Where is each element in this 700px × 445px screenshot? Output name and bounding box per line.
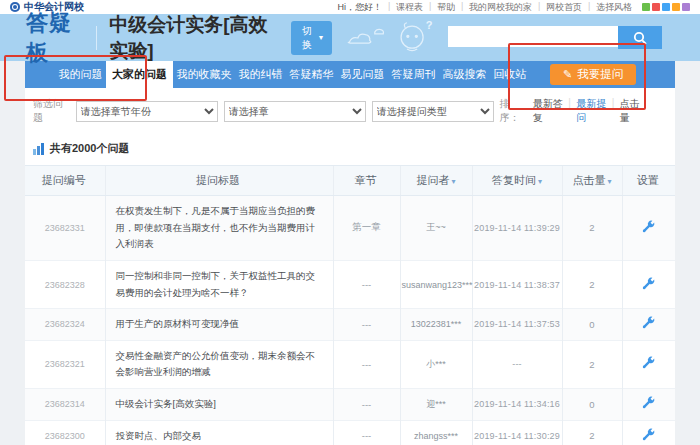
question-settings-button[interactable] — [622, 389, 675, 421]
sort-options: 最新答复最新提问点击量 — [533, 97, 645, 125]
wrench-icon — [642, 428, 655, 441]
tab-item[interactable]: 大家的问题 — [106, 61, 173, 88]
question-id: 23682331 — [25, 196, 105, 261]
style-swatch[interactable] — [642, 3, 650, 11]
question-chapter: 第一章 — [333, 196, 400, 261]
sort-label: 排序： — [500, 97, 526, 125]
question-reply-time: 2019-11-14 11:34:16 — [472, 389, 562, 421]
style-swatch[interactable] — [662, 3, 670, 11]
column-header-label: 提问标题 — [196, 174, 240, 186]
filter-label: 筛选问题 — [33, 97, 68, 125]
question-reply-time: --- — [472, 340, 562, 388]
question-title-link[interactable]: 同一控制和非同一控制下，关于权益性工具的交易费用的会计处理为啥不一样？ — [105, 260, 333, 308]
switch-course-button[interactable]: 切换 ▼ — [291, 21, 332, 55]
tab-label: 回收站 — [494, 68, 527, 80]
style-swatch[interactable] — [682, 3, 690, 11]
topbar-link[interactable]: 我的网校我的家 — [461, 1, 532, 14]
question-settings-button[interactable] — [622, 260, 675, 308]
tab-label: 我的问题 — [59, 68, 103, 80]
wrench-icon — [642, 316, 655, 329]
question-id: 23682324 — [25, 309, 105, 341]
question-title-link[interactable]: 交易性金融资产的公允价值变动，期末余额会不会影响营业利润的增减 — [105, 340, 333, 388]
question-title-link[interactable]: 用于生产的原材料可变现净值 — [105, 309, 333, 341]
column-header[interactable]: 章节 — [333, 166, 400, 196]
topbar-link-list: 课程表帮助我的网校我的家网校首页选择风格 — [388, 1, 632, 14]
svg-text:?: ? — [426, 18, 433, 30]
column-header-label: 提问者 — [416, 174, 449, 186]
tab-label: 大家的问题 — [112, 68, 167, 80]
tab-label: 答疑精华 — [290, 68, 334, 80]
page-body: 我的问题大家的问题我的收藏夹我的纠错答疑精华易见问题答疑周刊高级搜索回收站 ✎ … — [0, 61, 700, 445]
topbar-link[interactable]: 课程表 — [388, 1, 423, 14]
question-clicks: 2 — [562, 340, 622, 388]
question-clicks: 2 — [562, 420, 622, 445]
column-header[interactable]: 提问编号 — [25, 166, 105, 196]
question-title-link[interactable]: 中级会计实务[高效实验] — [105, 389, 333, 421]
pencil-icon: ✎ — [563, 68, 572, 81]
tab-item[interactable]: 答疑精华 — [286, 61, 337, 88]
question-title-link[interactable]: 在权责发生制下，凡是不属于当期应当负担的费用，即使款项在当期支付，也不作为当期费… — [105, 196, 333, 261]
search-button[interactable] — [618, 26, 662, 49]
sort-option[interactable]: 最新提问 — [566, 97, 610, 125]
tab-label: 高级搜索 — [443, 68, 487, 80]
column-header-label: 答复时间 — [492, 174, 536, 186]
question-clicks: 2 — [562, 260, 622, 308]
search-box — [448, 26, 662, 49]
tab-label: 我的纠错 — [239, 68, 283, 80]
ask-question-label: 我要提问 — [577, 67, 623, 82]
ask-question-button[interactable]: ✎ 我要提问 — [550, 64, 636, 85]
question-chapter: --- — [333, 420, 400, 445]
sort-arrow-icon: ▾ — [538, 177, 542, 186]
chevron-down-icon: ▼ — [317, 34, 324, 41]
style-swatch[interactable] — [672, 3, 680, 11]
question-asker: 迎*** — [400, 389, 472, 421]
search-icon — [633, 31, 647, 45]
question-row: 23682300 投资时点、内部交易 --- zhangss*** 2019-1… — [25, 420, 675, 445]
filter-select[interactable]: 请选择提问类型 — [372, 101, 494, 122]
table-body: 23682331 在权责发生制下，凡是不属于当期应当负担的费用，即使款项在当期支… — [25, 196, 675, 445]
question-reply-time: 2019-11-14 11:39:29 — [472, 196, 562, 261]
topbar-link[interactable]: 帮助 — [429, 1, 455, 14]
topbar: 中华会计网校 Hi，您好！ 课程表帮助我的网校我的家网校首页选择风格 — [0, 0, 700, 14]
question-settings-button[interactable] — [622, 340, 675, 388]
question-settings-button[interactable] — [622, 309, 675, 341]
search-input[interactable] — [448, 26, 618, 47]
tab-item[interactable]: 答疑周刊 — [388, 61, 439, 88]
sort-option-label: 点击量 — [620, 98, 640, 123]
tab-item[interactable]: 高级搜索 — [439, 61, 490, 88]
column-header[interactable]: 答复时间▾ — [472, 166, 562, 196]
tab-item[interactable]: 我的收藏夹 — [173, 61, 235, 88]
mascot-doodle: ? — [346, 17, 448, 59]
topbar-link[interactable]: 选择风格 — [588, 1, 632, 14]
sort-option[interactable]: 点击量 — [610, 97, 645, 125]
question-asker: zhangss*** — [400, 420, 472, 445]
question-asker: 王~~ — [400, 196, 472, 261]
question-settings-button[interactable] — [622, 420, 675, 445]
sort-option[interactable]: 最新答复 — [533, 97, 567, 125]
tab-item[interactable]: 易见问题 — [337, 61, 388, 88]
greeting-text: Hi，您好！ — [338, 1, 383, 14]
filter-select[interactable]: 请选择章 — [224, 101, 366, 122]
content: 筛选问题 请选择章节年份 请选择章 请选择提问类型 排序： 最新答复最新提问点击… — [25, 88, 675, 445]
topbar-link[interactable]: 网校首页 — [538, 1, 582, 14]
tab-item[interactable]: 回收站 — [490, 61, 530, 88]
question-chapter: --- — [333, 309, 400, 341]
sort-option-label: 最新答复 — [533, 98, 563, 123]
switch-label: 切换 — [299, 24, 314, 52]
column-header[interactable]: 设置 — [622, 166, 675, 196]
screen: 中华会计网校 Hi，您好！ 课程表帮助我的网校我的家网校首页选择风格 答疑板 中… — [0, 0, 700, 445]
column-header-label: 提问编号 — [42, 174, 86, 186]
wrench-icon — [642, 396, 655, 409]
question-settings-button[interactable] — [622, 196, 675, 261]
filter-select[interactable]: 请选择章节年份 — [76, 101, 218, 122]
bar-chart-icon — [33, 143, 44, 155]
question-title-link[interactable]: 投资时点、内部交易 — [105, 420, 333, 445]
sort-arrow-icon: ▾ — [607, 177, 611, 186]
tab-item[interactable]: 我的纠错 — [235, 61, 286, 88]
column-header[interactable]: 提问标题 — [105, 166, 333, 196]
column-header[interactable]: 点击量▾ — [562, 166, 622, 196]
column-header-label: 章节 — [355, 174, 377, 186]
column-header[interactable]: 提问者▾ — [400, 166, 472, 196]
style-swatch[interactable] — [652, 3, 660, 11]
question-chapter: --- — [333, 340, 400, 388]
